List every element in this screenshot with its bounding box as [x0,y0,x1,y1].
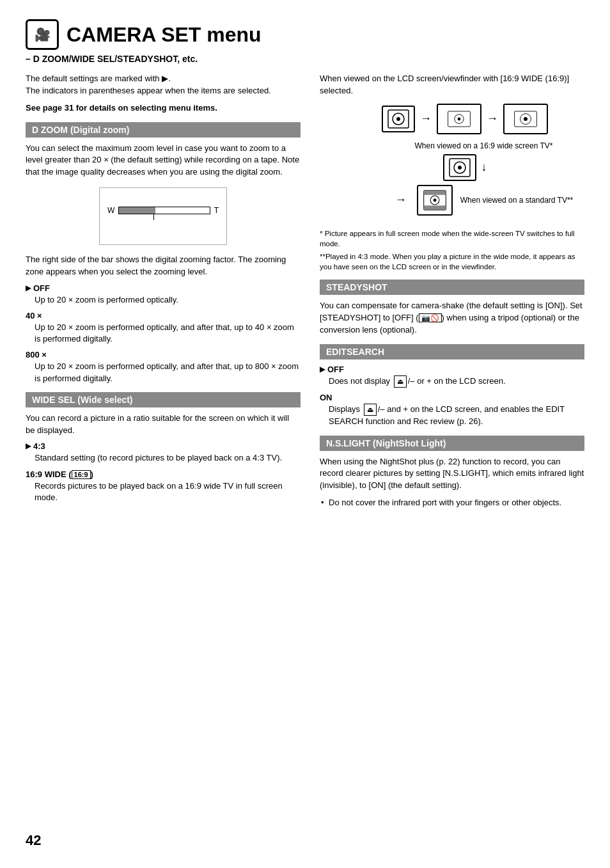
page-title: CAMERA SET menu [66,23,262,47]
widesel-43-label: 4:3 [26,441,301,451]
widesel-169-label: 16:9 WIDE (16:9) [26,470,301,479]
dzoom-body: You can select the maximum zoom level in… [26,143,301,179]
dzoom-40x-label: 40 × [26,311,301,320]
tv-wide-label: When viewed on a 16:9 wide screen TV* [415,141,553,150]
camera-icon: 🎥 [26,19,59,50]
tv-wide-label-wrapper: When viewed on a 16:9 wide screen TV* [412,141,553,150]
source-box [382,106,415,132]
tv-diagram: → → [345,104,584,222]
tv-wide-row: → → [382,104,548,134]
steadyshot-icon: 📷🚫 [419,313,442,322]
dzoom-800x-body: Up to 20 × zoom is performed optically, … [35,361,301,384]
left-column: The default settings are marked with ▶.T… [26,73,301,849]
arrow-right-icon: → [420,112,432,125]
nslight-header: N.S.LIGHT (NightShot Light) [320,436,584,451]
svg-point-11 [458,166,462,170]
dzoom-off-label: OFF [26,283,301,293]
svg-point-2 [396,117,400,121]
right-column: When viewed on the LCD screen/viewfinder… [320,73,584,849]
two-col-layout: The default settings are marked with ▶.T… [26,73,584,849]
subtitle: – D ZOOM/WIDE SEL/STEADYSHOT, etc. [26,54,584,64]
arrow-down-row: ↓ [443,154,487,181]
tv-std-row: → When viewed on a standard TV** [357,185,574,216]
editsearch-icon1: ⏏ [394,375,407,388]
svg-point-16 [433,198,436,201]
page: 🎥 CAMERA SET menu – D ZOOM/WIDE SEL/STEA… [0,0,610,868]
intro-line1: The default settings are marked with ▶.T… [26,73,301,97]
steadyshot-header: STEADYSHOT [320,280,584,295]
footnote2: **Played in 4:3 mode. When you play a pi… [320,251,584,272]
editsearch-off-label: OFF [320,365,584,374]
arrow-right-icon3: → [395,193,407,207]
source-soccer-icon2 [448,157,471,178]
zoom-bar-fill [119,207,155,214]
tv-std-label: When viewed on a standard TV** [460,196,574,205]
zoom-bar-track [118,207,210,214]
arrow-right-icon2: → [487,112,498,125]
nslight-bullet: Do not cover the infrared port with your… [329,497,584,509]
widesel-43-body: Standard setting (to record pictures to … [35,452,301,464]
editsearch-on-body: Displays ⏏/– and + on the LCD screen, an… [329,404,584,428]
std-tv-box [417,185,453,216]
svg-point-8 [524,117,528,121]
source-box2 [443,154,476,181]
widesel-169-body: Records pictures to be played back on a … [35,480,301,503]
dzoom-off-body: Up to 20 × zoom is performed optically. [35,294,301,306]
wide-tv-result-soccer-icon [514,109,537,129]
page-header: 🎥 CAMERA SET menu [26,19,584,50]
footnote1: * Picture appears in full screen mode wh… [320,228,584,249]
wide-intro: When viewed on the LCD screen/viewfinder… [320,73,584,97]
dzoom-40x-body: Up to 20 × zoom is performed optically, … [35,322,301,345]
wide-tv-soccer-icon [448,109,471,129]
zoom-t-label: T [214,206,219,215]
svg-point-5 [458,117,461,120]
zoom-diagram: W T [99,187,227,245]
page-number: 42 [26,832,41,849]
editsearch-on-label: ON [320,393,584,402]
source-soccer-icon [387,109,410,129]
editsearch-off-body: Does not display ⏏/– or + on the LCD scr… [329,375,584,388]
intro-bold: See page 31 for details on selecting men… [26,102,301,114]
boxed-169: 16:9 [72,470,91,479]
steadyshot-body: You can compensate for camera-shake (the… [320,300,584,336]
std-tv-soccer-icon [423,190,446,210]
nslight-body: When using the NightShot plus (p. 22) fu… [320,456,584,493]
svg-rect-14 [423,205,446,210]
dzoom-800x-label: 800 × [26,350,301,359]
dzoom-bar-note: The right side of the bar shows the digi… [26,254,301,278]
widesel-header: WIDE SEL (Wide select) [26,392,301,407]
editsearch-icon2: ⏏ [364,404,377,416]
widesel-body: You can record a picture in a ratio suit… [26,413,301,437]
wide-tv-box [437,104,481,134]
arrow-down-icon: ↓ [481,161,487,174]
dzoom-header: D ZOOM (Digital zoom) [26,122,301,138]
editsearch-header: EDITSEARCH [320,344,584,359]
footnotes: * Picture appears in full screen mode wh… [320,228,584,272]
wide-tv-result-box [503,104,548,134]
svg-rect-13 [423,190,446,194]
zoom-w-label: W [107,206,114,215]
